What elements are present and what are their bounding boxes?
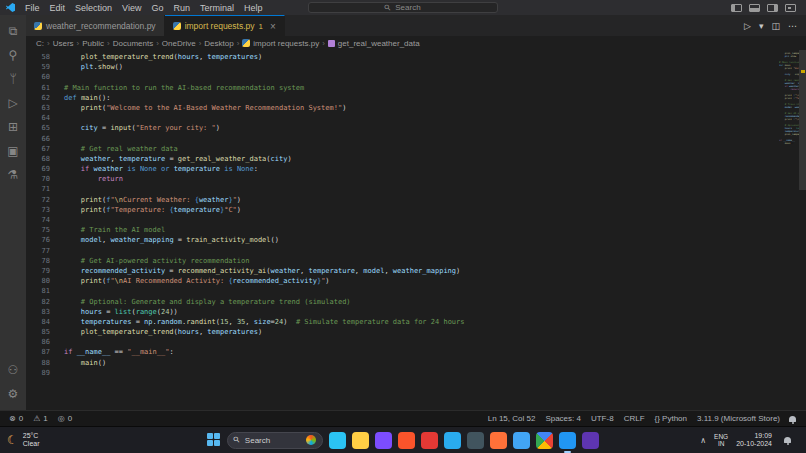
line-number[interactable]: 75 bbox=[26, 225, 64, 235]
testing-icon[interactable]: ⚗ bbox=[0, 163, 26, 187]
line-number[interactable]: 68 bbox=[26, 154, 64, 164]
code-line[interactable]: 59 plt.show() bbox=[26, 62, 778, 72]
code-line[interactable]: 64 bbox=[26, 113, 778, 123]
code-line[interactable]: 62def main(): bbox=[26, 93, 778, 103]
line-number[interactable]: 63 bbox=[26, 103, 64, 113]
edge-icon[interactable] bbox=[329, 432, 346, 449]
line-number[interactable]: 77 bbox=[26, 246, 64, 256]
line-number[interactable]: 60 bbox=[26, 72, 64, 82]
code-line[interactable]: 63 print("Welcome to the AI-Based Weathe… bbox=[26, 103, 778, 113]
run-debug-icon[interactable]: ▷ bbox=[0, 91, 26, 115]
customize-layout-icon[interactable] bbox=[785, 4, 796, 12]
line-number[interactable]: 89 bbox=[26, 368, 64, 378]
line-number[interactable]: 70 bbox=[26, 174, 64, 184]
notification-bell-icon[interactable] bbox=[784, 437, 791, 443]
line-number[interactable]: 71 bbox=[26, 184, 64, 194]
line-number[interactable]: 58 bbox=[26, 52, 64, 62]
menu-file[interactable]: File bbox=[20, 3, 45, 13]
app-icon-violet[interactable] bbox=[375, 432, 392, 449]
code-line[interactable]: 79 recommended_activity = recommend_acti… bbox=[26, 266, 778, 276]
line-number[interactable]: 83 bbox=[26, 307, 64, 317]
breadcrumb-item[interactable]: Documents bbox=[113, 39, 153, 48]
run-dropdown-icon[interactable]: ▾ bbox=[759, 21, 764, 31]
code-line[interactable]: 84 temperatures = np.random.randint(15, … bbox=[26, 317, 778, 327]
code-line[interactable]: 78 # Get AI-powered activity recommendat… bbox=[26, 256, 778, 266]
toggle-panel-icon[interactable] bbox=[749, 4, 760, 12]
command-center-search[interactable]: ⚲ Search bbox=[308, 2, 498, 13]
status-indentation[interactable]: Spaces: 4 bbox=[540, 414, 586, 423]
extensions-icon[interactable]: ⊞ bbox=[0, 115, 26, 139]
code-line[interactable]: 76 model, weather_mapping = train_activi… bbox=[26, 235, 778, 245]
line-number[interactable]: 72 bbox=[26, 195, 64, 205]
app-icon-purple[interactable] bbox=[582, 432, 599, 449]
code-line[interactable]: 72 print(f"\nCurrent Weather: {weather}"… bbox=[26, 195, 778, 205]
menu-view[interactable]: View bbox=[117, 3, 146, 13]
line-number[interactable]: 61 bbox=[26, 83, 64, 93]
file-explorer-icon[interactable] bbox=[352, 432, 369, 449]
breadcrumb-item[interactable]: Desktop bbox=[204, 39, 233, 48]
status-ports[interactable]: ◎0 bbox=[53, 414, 77, 423]
code-line[interactable]: 60 bbox=[26, 72, 778, 82]
status-errors[interactable]: ⊗0 bbox=[4, 414, 28, 423]
code-line[interactable]: 67 # Get real weather data bbox=[26, 144, 778, 154]
line-number[interactable]: 84 bbox=[26, 317, 64, 327]
taskbar-search[interactable]: ⚲ Search bbox=[227, 432, 323, 449]
breadcrumb-item[interactable]: import requests.py bbox=[242, 39, 319, 48]
status-eol[interactable]: CRLF bbox=[619, 414, 650, 423]
app-icon-slate[interactable] bbox=[467, 432, 484, 449]
account-icon[interactable]: ⚇ bbox=[0, 358, 26, 382]
code-line[interactable]: 80 print(f"\nAI Recommended Activity: {r… bbox=[26, 276, 778, 286]
code-area[interactable]: 58 plot_temperature_trend(hours, tempera… bbox=[26, 52, 778, 410]
line-number[interactable]: 64 bbox=[26, 113, 64, 123]
vscode-icon[interactable] bbox=[559, 432, 576, 449]
menu-selection[interactable]: Selection bbox=[70, 3, 117, 13]
chrome-icon[interactable] bbox=[536, 432, 553, 449]
code-line[interactable]: 86 bbox=[26, 337, 778, 347]
weather-widget[interactable]: ☾ 25°C Clear bbox=[0, 432, 40, 448]
code-line[interactable]: 87if __name__ == "__main__": bbox=[26, 347, 778, 357]
line-number[interactable]: 76 bbox=[26, 235, 64, 245]
notifications-bell-icon[interactable] bbox=[789, 416, 796, 422]
line-number[interactable]: 65 bbox=[26, 123, 64, 133]
app-icon-red[interactable] bbox=[421, 432, 438, 449]
code-line[interactable]: 73 print(f"Temperature: {temperature}°C"… bbox=[26, 205, 778, 215]
code-line[interactable]: 70 return bbox=[26, 174, 778, 184]
clock[interactable]: 19:09 20-10-2024 bbox=[736, 432, 772, 448]
line-number[interactable]: 69 bbox=[26, 164, 64, 174]
more-actions-icon[interactable]: ⋯ bbox=[788, 21, 797, 31]
tab-weather_recommendation-py[interactable]: weather_recommendation.py bbox=[26, 15, 165, 36]
explorer-icon[interactable]: ⧉ bbox=[0, 19, 26, 43]
code-line[interactable]: 75 # Train the AI model bbox=[26, 225, 778, 235]
line-number[interactable]: 62 bbox=[26, 93, 64, 103]
close-tab-icon[interactable]: × bbox=[270, 21, 276, 32]
line-number[interactable]: 81 bbox=[26, 286, 64, 296]
telegram-icon[interactable] bbox=[444, 432, 461, 449]
code-line[interactable]: 68 weather, temperature = get_real_weath… bbox=[26, 154, 778, 164]
split-editor-icon[interactable]: ◫ bbox=[771, 21, 780, 31]
start-button[interactable] bbox=[207, 433, 221, 447]
editor-scrollbar[interactable] bbox=[799, 50, 806, 410]
line-number[interactable]: 82 bbox=[26, 297, 64, 307]
remote-explorer-icon[interactable]: ▣ bbox=[0, 139, 26, 163]
breadcrumb-item[interactable]: OneDrive bbox=[162, 39, 196, 48]
firefox-icon[interactable] bbox=[490, 432, 507, 449]
line-number[interactable]: 79 bbox=[26, 266, 64, 276]
code-line[interactable]: 88 main() bbox=[26, 358, 778, 368]
breadcrumb-item[interactable]: Users bbox=[53, 39, 74, 48]
code-line[interactable]: 77 bbox=[26, 246, 778, 256]
line-number[interactable]: 66 bbox=[26, 134, 64, 144]
code-line[interactable]: 71 bbox=[26, 184, 778, 194]
status-cursor-position[interactable]: Ln 15, Col 52 bbox=[483, 414, 541, 423]
menu-terminal[interactable]: Terminal bbox=[195, 3, 239, 13]
status-language-mode[interactable]: {} Python bbox=[650, 414, 692, 423]
code-line[interactable]: 81 bbox=[26, 286, 778, 296]
toggle-secondary-sidebar-icon[interactable] bbox=[767, 4, 778, 12]
menu-edit[interactable]: Edit bbox=[45, 3, 71, 13]
code-line[interactable]: 58 plot_temperature_trend(hours, tempera… bbox=[26, 52, 778, 62]
status-warnings[interactable]: ⚠1 bbox=[28, 414, 53, 423]
code-line[interactable]: 83 hours = list(range(24)) bbox=[26, 307, 778, 317]
code-line[interactable]: 89 bbox=[26, 368, 778, 378]
code-line[interactable]: 74 bbox=[26, 215, 778, 225]
menu-help[interactable]: Help bbox=[239, 3, 268, 13]
settings-gear-icon[interactable]: ⚙ bbox=[0, 382, 26, 406]
